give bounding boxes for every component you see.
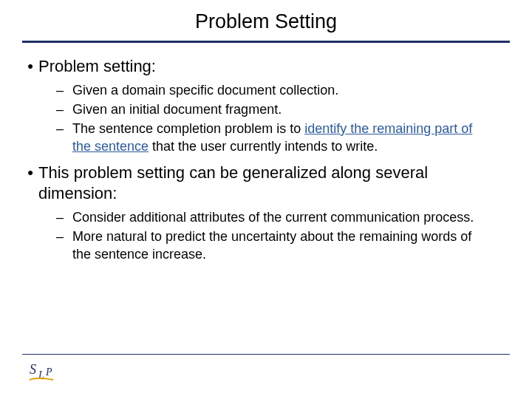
sub-list: – Given a domain specific document colle… [56,81,510,155]
sub-text: Given an initial document fragment. [72,100,282,118]
sub-prefix: The sentence completion problem is to [72,121,304,136]
sub-item: – More natural to predict the uncertaint… [56,228,510,263]
footer-rule [22,354,510,355]
dash-icon: – [56,100,72,118]
sub-item: – Consider additional attributes of the … [56,208,510,226]
dash-icon: – [56,81,72,99]
content-area: • Problem setting: – Given a domain spec… [0,43,532,263]
svg-text:P: P [45,366,52,378]
sub-text: Consider additional attributes of the cu… [72,208,474,226]
slide: Problem Setting • Problem setting: – Giv… [0,0,532,399]
bullet-dot-icon: • [22,163,38,183]
sub-item: – Given a domain specific document colle… [56,81,510,99]
title-area: Problem Setting [0,0,532,33]
bullet-item: • This problem setting can be generalize… [22,163,510,263]
slide-title: Problem Setting [0,10,532,33]
bullet-text: This problem setting can be generalized … [38,163,510,204]
bullet-list: • Problem setting: – Given a domain spec… [22,56,510,263]
bullet-item: • Problem setting: – Given a domain spec… [22,56,510,155]
sub-text: More natural to predict the uncertainty … [72,228,486,263]
dash-icon: – [56,228,72,245]
dash-icon: – [56,208,72,226]
sub-item: – The sentence completion problem is to … [56,120,510,155]
logo-icon: S L P [28,361,59,386]
bullet-dot-icon: • [22,56,38,77]
sub-text: Given a domain specific document collect… [72,81,338,99]
sub-list: – Consider additional attributes of the … [56,208,510,263]
sub-item: – Given an initial document fragment. [56,100,510,118]
sub-text-mixed: The sentence completion problem is to id… [72,120,486,155]
dash-icon: – [56,120,72,137]
sub-suffix: that the user currently intends to write… [149,139,378,154]
bullet-text: Problem setting: [38,56,156,77]
svg-text:S: S [30,362,36,377]
